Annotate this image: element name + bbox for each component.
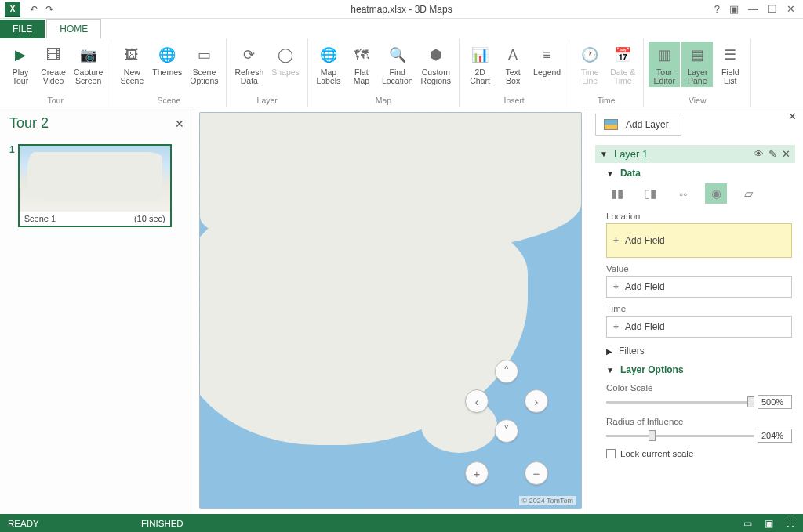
location-label: Location	[606, 212, 792, 221]
add-field-label: Add Field	[625, 235, 665, 246]
rotate-left-icon[interactable]: ‹	[465, 389, 489, 413]
tour-panel-close-icon[interactable]: ✕	[175, 118, 184, 130]
color-scale-value[interactable]: 500%	[758, 395, 792, 409]
restore-icon[interactable]: ▣	[729, 3, 739, 15]
tour-editor-button[interactable]: ▥Tour Editor	[649, 42, 680, 87]
flat-map-button[interactable]: 🗺Flat Map	[346, 42, 377, 87]
group-label-time: Time	[598, 96, 616, 107]
scene-options-button[interactable]: ▭Scene Options	[187, 42, 221, 87]
filters-section-header[interactable]: ▶ Filters	[606, 346, 792, 356]
add-layer-button[interactable]: Add Layer	[595, 114, 681, 136]
time-label: Time	[606, 304, 792, 313]
tilt-down-icon[interactable]: ˅	[495, 419, 518, 443]
custom-regions-button[interactable]: ⬢Custom Regions	[418, 42, 455, 87]
viz-bubble-icon[interactable]: ◦◦	[672, 183, 694, 204]
undo-icon[interactable]: ↶	[30, 4, 38, 15]
plus-icon: +	[613, 235, 619, 246]
collapse-icon: ▼	[600, 150, 608, 158]
data-section-title: Data	[620, 168, 641, 179]
edit-icon[interactable]: ✎	[768, 148, 777, 160]
color-scale-slider[interactable]	[606, 401, 754, 404]
status-icon-2[interactable]: ▣	[765, 518, 773, 529]
ribbon: ▶Play Tour 🎞Create Video 📷Capture Screen…	[0, 38, 803, 107]
tilt-up-icon[interactable]: ˄	[495, 360, 518, 383]
add-field-label: Add Field	[625, 281, 665, 292]
chevron-down-icon: ▼	[606, 366, 614, 375]
text-box-button[interactable]: AText Box	[497, 42, 529, 87]
map-labels-button[interactable]: 🌐Map Labels	[313, 42, 344, 87]
zoom-out-icon[interactable]: −	[525, 461, 548, 485]
lock-scale-checkbox[interactable]: Lock current scale	[606, 449, 792, 458]
excel-icon: X	[5, 2, 20, 17]
delete-icon[interactable]: ✕	[782, 148, 790, 160]
close-icon[interactable]: ✕	[787, 3, 795, 15]
shapes-button: ◯Shapes	[268, 42, 303, 87]
window-title: heatmap.xlsx - 3D Maps	[351, 4, 452, 15]
status-bar: READY FINISHED ▭ ▣ ⛶	[0, 514, 803, 532]
field-list-button[interactable]: ☰Field List	[714, 42, 746, 87]
zoom-in-icon[interactable]: +	[465, 461, 489, 485]
play-tour-button[interactable]: ▶Play Tour	[5, 42, 36, 87]
layer-pane-close-icon[interactable]: ✕	[788, 110, 797, 122]
chevron-down-icon: ▼	[606, 169, 614, 178]
layer-name: Layer 1	[614, 148, 749, 160]
radius-value[interactable]: 204%	[758, 429, 792, 443]
tab-home[interactable]: HOME	[46, 19, 101, 38]
radius-label: Radius of Influence	[606, 417, 792, 426]
help-icon[interactable]: ?	[714, 3, 720, 15]
group-label-map: Map	[376, 96, 391, 107]
find-location-button[interactable]: 🔍Find Location	[379, 42, 416, 87]
layers-icon	[604, 119, 618, 130]
filters-section-title: Filters	[619, 346, 645, 356]
scene-name: Scene 1	[24, 214, 56, 223]
map-credit: © 2024 TomTom	[519, 496, 577, 505]
add-field-label: Add Field	[625, 321, 665, 332]
tour-title: Tour 2	[9, 115, 49, 132]
title-bar: X ↶ ↷ heatmap.xlsx - 3D Maps ? ▣ — ☐ ✕	[0, 0, 803, 19]
refresh-data-button[interactable]: ⟳Refresh Data	[231, 42, 267, 87]
viz-region-icon[interactable]: ▱	[738, 183, 760, 204]
layer-pane-button[interactable]: ▤Layer Pane	[681, 42, 713, 87]
group-label-layer: Layer	[257, 96, 278, 107]
status-icon-1[interactable]: ▭	[743, 518, 752, 529]
viz-stacked-column-icon[interactable]: ▮▮	[606, 183, 628, 204]
redo-icon[interactable]: ↷	[45, 4, 53, 15]
group-label-view: View	[689, 96, 707, 107]
2d-chart-button[interactable]: 📊2D Chart	[464, 42, 496, 87]
capture-screen-button[interactable]: 📷Capture Screen	[71, 42, 106, 87]
tour-editor-panel: Tour 2 ✕ 1 Scene 1 (10 sec)	[0, 107, 194, 514]
checkbox-icon	[606, 449, 616, 458]
status-finished: FINISHED	[141, 519, 183, 528]
layer-options-title: Layer Options	[620, 364, 684, 375]
layer-options-header[interactable]: ▼ Layer Options	[606, 364, 792, 375]
layer-pane: ✕ Add Layer ▼ Layer 1 👁 ✎ ✕ ▼ Data ▮▮ ▯▮…	[587, 107, 803, 514]
create-video-button[interactable]: 🎞Create Video	[38, 42, 69, 87]
viz-clustered-column-icon[interactable]: ▯▮	[639, 183, 661, 204]
minimize-icon[interactable]: —	[748, 3, 758, 15]
plus-icon: +	[613, 321, 619, 332]
rotate-right-icon[interactable]: ›	[525, 389, 548, 413]
scene-card[interactable]: Scene 1 (10 sec)	[18, 144, 172, 227]
new-scene-button[interactable]: 🖼New Scene	[116, 42, 147, 87]
color-scale-label: Color Scale	[606, 383, 792, 393]
legend-button[interactable]: ≡Legend	[530, 42, 564, 87]
radius-slider[interactable]	[606, 435, 754, 437]
plus-icon: +	[613, 281, 619, 292]
group-label-scene: Scene	[158, 96, 181, 107]
location-add-field[interactable]: + Add Field	[606, 223, 792, 258]
timeline-button: 🕐Time Line	[574, 42, 605, 87]
eye-icon[interactable]: 👁	[754, 148, 764, 160]
time-add-field[interactable]: + Add Field	[606, 316, 792, 338]
maximize-icon[interactable]: ☐	[768, 3, 777, 15]
scene-duration: (10 sec)	[134, 214, 165, 223]
ribbon-tabs: FILE HOME	[0, 19, 803, 38]
data-section-header[interactable]: ▼ Data	[606, 168, 792, 179]
scene-thumbnail	[20, 146, 170, 212]
value-add-field[interactable]: + Add Field	[606, 276, 792, 298]
status-icon-3[interactable]: ⛶	[786, 518, 795, 529]
themes-button[interactable]: 🌐Themes	[149, 42, 185, 87]
map-canvas[interactable]: © 2024 TomTom ˄ ‹ › ˅ + −	[199, 112, 582, 509]
viz-heatmap-icon[interactable]: ◉	[705, 183, 727, 204]
tab-file[interactable]: FILE	[0, 20, 45, 38]
layer-header[interactable]: ▼ Layer 1 👁 ✎ ✕	[595, 145, 795, 163]
